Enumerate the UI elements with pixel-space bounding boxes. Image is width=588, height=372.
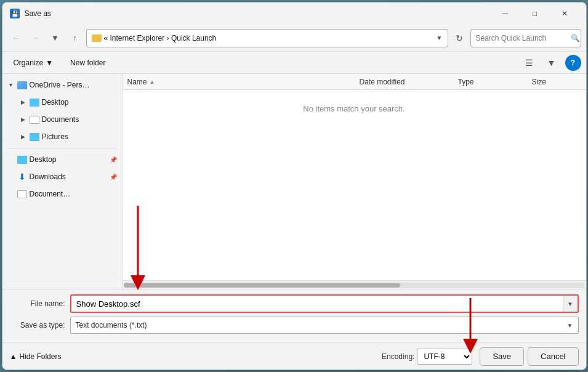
recent-locations-button[interactable]: ▼ bbox=[47, 30, 64, 47]
main-content: ▼ OneDrive - Pers… ▶ Desktop ▶ Documents… bbox=[2, 74, 586, 289]
nav-desktop-label: Desktop bbox=[42, 98, 117, 107]
expand-onedrive-icon: ▼ bbox=[7, 81, 15, 89]
nav-item-pictures-sub[interactable]: ▶ Pictures bbox=[2, 128, 122, 145]
nav-documents-pin-label: Document… bbox=[30, 190, 117, 198]
view-chevron-button[interactable]: ▼ bbox=[543, 55, 560, 71]
nav-divider bbox=[7, 148, 117, 148]
onedrive-folder-icon bbox=[17, 81, 27, 89]
nav-item-onedrive[interactable]: ▼ OneDrive - Pers… bbox=[2, 76, 122, 94]
nav-downloads-label: Downloads bbox=[30, 172, 107, 181]
new-folder-button[interactable]: New folder bbox=[64, 55, 111, 71]
nav-item-desktop-pin[interactable]: Desktop 📌 bbox=[2, 151, 122, 168]
folder-icon bbox=[92, 34, 102, 42]
downloads-download-icon: ⬇ bbox=[17, 172, 27, 182]
search-box[interactable]: 🔍 bbox=[470, 29, 581, 47]
close-button[interactable]: ✕ bbox=[550, 4, 579, 23]
nav-pictures-label: Pictures bbox=[42, 132, 117, 141]
minimize-button[interactable]: ─ bbox=[491, 4, 520, 23]
filename-label: File name: bbox=[10, 299, 65, 308]
filename-input-wrap: ▼ bbox=[70, 294, 579, 313]
desktop-folder-icon bbox=[30, 99, 39, 107]
expand-documents-icon: ▶ bbox=[20, 116, 27, 123]
refresh-button[interactable]: ↻ bbox=[451, 30, 468, 47]
filename-row: File name: ▼ bbox=[10, 294, 579, 313]
up-button[interactable]: ↑ bbox=[66, 30, 84, 47]
title-bar-controls: ─ □ ✕ bbox=[491, 4, 579, 23]
col-header-modified[interactable]: Date modified bbox=[360, 78, 458, 86]
view-options-button[interactable]: ☰ bbox=[521, 55, 538, 71]
back-button[interactable]: ← bbox=[7, 30, 25, 47]
toolbar: Organize ▼ New folder ☰ ▼ ? bbox=[2, 52, 586, 74]
maximize-button[interactable]: □ bbox=[521, 4, 549, 23]
pictures-folder-icon bbox=[30, 133, 39, 141]
column-headers: Name ▲ Date modified Type Size bbox=[123, 74, 586, 90]
nav-desktop-pin-label: Desktop bbox=[30, 155, 107, 164]
expand-pictures-icon: ▶ bbox=[20, 133, 27, 140]
navigation-pane: ▼ OneDrive - Pers… ▶ Desktop ▶ Documents… bbox=[2, 74, 123, 289]
bottom-area: File name: ▼ Save as type: Text document… bbox=[2, 289, 586, 342]
hide-folders-button[interactable]: ▲ Hide Folders bbox=[10, 352, 62, 361]
encoding-label: Encoding: bbox=[382, 352, 414, 361]
address-chevron-icon: ▼ bbox=[437, 34, 443, 41]
address-text: « Internet Explorer › Quick Launch bbox=[104, 34, 434, 42]
horizontal-scrollbar[interactable] bbox=[123, 280, 586, 289]
hscroll-track bbox=[124, 283, 585, 288]
nav-onedrive-label: OneDrive - Pers… bbox=[30, 81, 117, 89]
savetype-label: Save as type: bbox=[10, 321, 65, 330]
savetype-dropdown[interactable]: Text documents (*.txt) ▼ bbox=[70, 317, 579, 334]
footer-area: ▲ Hide Folders Encoding: UTF-8 UTF-16 AN… bbox=[2, 342, 586, 370]
desktop-pin-folder-icon bbox=[17, 156, 27, 164]
organize-chevron-icon: ▼ bbox=[46, 59, 53, 67]
address-bar: ← → ▼ ↑ « Internet Explorer › Quick Laun… bbox=[2, 25, 586, 52]
nav-item-documents-pin[interactable]: Document… bbox=[2, 185, 122, 203]
save-as-dialog: 💾 Save as ─ □ ✕ ← → ▼ ↑ « Internet Explo… bbox=[2, 2, 587, 370]
empty-message: No items match your search. bbox=[123, 90, 586, 127]
save-button[interactable]: Save bbox=[480, 347, 524, 366]
nav-documents-label: Documents bbox=[42, 115, 117, 124]
documents-folder-icon bbox=[30, 116, 39, 124]
search-icon: 🔍 bbox=[571, 34, 580, 42]
col-header-name[interactable]: Name ▲ bbox=[127, 78, 360, 86]
title-bar: 💾 Save as ─ □ ✕ bbox=[2, 2, 586, 25]
savetype-text: Text documents (*.txt) bbox=[76, 321, 147, 330]
dialog-title: Save as bbox=[25, 9, 491, 18]
col-header-type[interactable]: Type bbox=[458, 78, 532, 86]
col-header-size[interactable]: Size bbox=[532, 78, 581, 86]
forward-button[interactable]: → bbox=[27, 30, 44, 47]
downloads-pin-icon: 📌 bbox=[110, 174, 117, 180]
documents-pin-folder-icon bbox=[17, 190, 27, 198]
filename-input[interactable] bbox=[71, 296, 563, 312]
nav-item-documents-sub[interactable]: ▶ Documents bbox=[2, 111, 122, 128]
help-button[interactable]: ? bbox=[565, 55, 581, 71]
nav-item-desktop-sub[interactable]: ▶ Desktop bbox=[2, 94, 122, 111]
address-box[interactable]: « Internet Explorer › Quick Launch ▼ bbox=[86, 29, 448, 47]
file-list: No items match your search. bbox=[123, 90, 586, 280]
filename-chevron-icon[interactable]: ▼ bbox=[563, 296, 578, 312]
nav-item-downloads-pin[interactable]: ⬇ Downloads 📌 bbox=[2, 168, 122, 185]
sort-arrow-name: ▲ bbox=[150, 79, 155, 85]
dialog-icon: 💾 bbox=[10, 9, 20, 18]
search-input[interactable] bbox=[476, 34, 568, 42]
file-area: Name ▲ Date modified Type Size No items … bbox=[123, 74, 586, 289]
encoding-select[interactable]: UTF-8 UTF-16 ANSI bbox=[417, 349, 472, 365]
hscroll-thumb bbox=[124, 283, 400, 288]
hide-folders-chevron-icon: ▲ bbox=[10, 352, 17, 361]
savetype-row: Save as type: Text documents (*.txt) ▼ bbox=[10, 317, 579, 334]
desktop-pin-icon: 📌 bbox=[110, 156, 117, 163]
organize-button[interactable]: Organize ▼ bbox=[7, 55, 60, 71]
expand-desktop-icon: ▶ bbox=[20, 99, 27, 106]
cancel-button[interactable]: Cancel bbox=[528, 347, 578, 366]
savetype-chevron-icon: ▼ bbox=[567, 322, 573, 329]
